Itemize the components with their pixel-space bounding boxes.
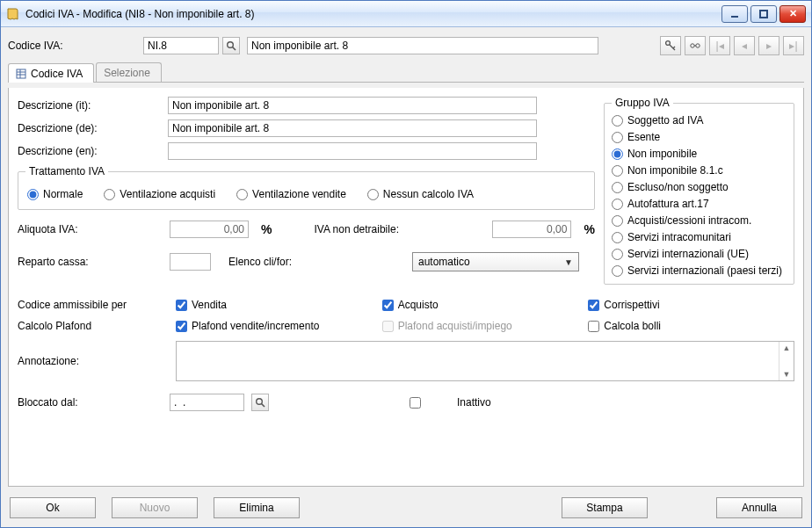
desc-en-label: Descrizione (en): bbox=[18, 145, 163, 157]
svg-point-2 bbox=[228, 42, 234, 48]
gruppo-radio-5[interactable]: Autofattura art.17 bbox=[612, 198, 787, 210]
elenco-label: Elenco cli/for: bbox=[228, 256, 373, 268]
minimize-button[interactable] bbox=[721, 5, 748, 23]
desc-de-label: Descrizione (de): bbox=[18, 122, 163, 134]
check-inattivo[interactable]: Inattivo bbox=[378, 396, 491, 409]
desc-en-input[interactable] bbox=[168, 142, 537, 160]
tool-key-icon[interactable] bbox=[660, 36, 681, 55]
gruppo-radio-4[interactable]: Escluso/non soggetto bbox=[612, 181, 787, 193]
gruppo-radio-2[interactable]: Non imponibile bbox=[612, 148, 787, 160]
tool-link-icon[interactable] bbox=[685, 36, 706, 55]
window: Codici IVA - Modifica (NI8 - Non imponib… bbox=[0, 0, 812, 528]
gruppo-radio-label: Esente bbox=[627, 131, 660, 143]
annulla-button[interactable]: Annulla bbox=[716, 497, 802, 518]
gruppo-radio-0[interactable]: Soggetto ad IVA bbox=[612, 114, 787, 127]
scroll-up-icon[interactable]: ▲ bbox=[783, 344, 791, 352]
codice-ammissibile-label: Codice ammissibile per bbox=[18, 299, 176, 311]
scroll-down-icon[interactable]: ▼ bbox=[783, 370, 791, 379]
codice-label: Codice IVA: bbox=[8, 40, 140, 52]
app-icon bbox=[6, 7, 20, 21]
desc-it-label: Descrizione (it): bbox=[18, 99, 163, 112]
close-button[interactable]: ✕ bbox=[779, 5, 806, 23]
aliquota-label: Aliquota IVA: bbox=[18, 223, 163, 235]
description-group: Descrizione (it): Descrizione (de): Desc… bbox=[18, 97, 595, 160]
svg-point-6 bbox=[696, 44, 700, 47]
chevron-down-icon: ▼ bbox=[564, 257, 573, 267]
calcolo-plafond-label: Calcolo Plafond bbox=[18, 320, 176, 332]
check-corrispettivi[interactable]: Corrispettivi bbox=[588, 299, 794, 311]
radio-ventilazione-acquisti[interactable]: Ventilazione acquisti bbox=[104, 188, 215, 200]
svg-rect-8 bbox=[17, 69, 25, 78]
iva-non-detraibile-label: IVA non detraibile: bbox=[314, 223, 459, 235]
nuovo-button[interactable]: Nuovo bbox=[112, 497, 198, 518]
gruppo-radio-label: Autofattura art.17 bbox=[627, 198, 709, 210]
check-calcola-bolli[interactable]: Calcola bolli bbox=[588, 320, 794, 332]
check-vendita[interactable]: Vendita bbox=[176, 299, 382, 311]
iva-non-detraibile-input[interactable] bbox=[492, 221, 571, 238]
titlebar: Codici IVA - Modifica (NI8 - Non imponib… bbox=[1, 1, 811, 27]
svg-point-5 bbox=[691, 44, 694, 47]
gruppo-radio-8[interactable]: Servizi internazionali (UE) bbox=[612, 248, 787, 260]
scrollbar[interactable]: ▲▼ bbox=[779, 342, 794, 380]
gruppo-radio-label: Servizi intracomunitari bbox=[627, 231, 731, 243]
ok-button[interactable]: Ok bbox=[10, 497, 96, 518]
svg-line-3 bbox=[233, 47, 236, 51]
tab-codice-label: Codice IVA bbox=[31, 68, 83, 80]
maximize-button[interactable] bbox=[750, 5, 777, 23]
svg-point-4 bbox=[666, 41, 671, 46]
gruppo-radio-label: Servizi internazionali (UE) bbox=[627, 248, 749, 260]
tab-codice-iva[interactable]: Codice IVA bbox=[8, 63, 94, 83]
bloccato-input[interactable] bbox=[170, 394, 244, 411]
percent-symbol-1: % bbox=[261, 222, 272, 236]
tab-selezione-label: Selezione bbox=[104, 67, 150, 79]
desc-de-input[interactable] bbox=[168, 119, 537, 137]
gruppo-radio-3[interactable]: Non imponibile 8.1.c bbox=[612, 164, 787, 177]
annotazione-label: Annotazione: bbox=[18, 355, 176, 367]
trattamento-group: Trattamento IVA Normale Ventilazione acq… bbox=[18, 165, 595, 210]
grid-icon bbox=[16, 69, 26, 79]
radio-normale[interactable]: Normale bbox=[27, 188, 83, 200]
svg-rect-1 bbox=[760, 11, 767, 18]
gruppo-radio-label: Acquisti/cessioni intracom. bbox=[627, 214, 751, 227]
gruppo-radio-label: Servizi internazionali (paesi terzi) bbox=[627, 264, 782, 277]
gruppo-radio-1[interactable]: Esente bbox=[612, 131, 787, 143]
gruppo-radio-7[interactable]: Servizi intracomunitari bbox=[612, 231, 787, 243]
gruppo-iva-group: Gruppo IVA Soggetto ad IVAEsenteNon impo… bbox=[604, 97, 794, 285]
check-plafond-vendite[interactable]: Plafond vendite/incremento bbox=[176, 320, 382, 332]
code-row: Codice IVA: |◂ ◂ ▸ ▸| bbox=[8, 36, 804, 55]
gruppo-radio-label: Soggetto ad IVA bbox=[627, 114, 704, 127]
annotazione-textarea[interactable]: ▲▼ bbox=[176, 341, 794, 381]
nav-first-button[interactable]: |◂ bbox=[709, 36, 730, 55]
radio-nessun-calcolo[interactable]: Nessun calcolo IVA bbox=[367, 188, 474, 200]
nav-last-button[interactable]: ▸| bbox=[783, 36, 804, 55]
trattamento-legend: Trattamento IVA bbox=[25, 165, 108, 177]
bloccato-lookup-button[interactable] bbox=[251, 394, 269, 411]
radio-ventilazione-vendite[interactable]: Ventilazione vendite bbox=[236, 188, 346, 200]
toolbar: |◂ ◂ ▸ ▸| bbox=[660, 36, 804, 55]
gruppo-radio-label: Non imponibile bbox=[627, 148, 697, 160]
codice-input[interactable] bbox=[143, 37, 219, 54]
gruppo-iva-legend: Gruppo IVA bbox=[612, 97, 673, 109]
client-area: Codice IVA: |◂ ◂ ▸ ▸| Codice IVA Sel bbox=[1, 27, 811, 527]
stampa-button[interactable]: Stampa bbox=[562, 497, 648, 518]
button-bar: Ok Nuovo Elimina Stampa Annulla bbox=[8, 492, 804, 520]
elenco-select[interactable]: automatico ▼ bbox=[412, 252, 579, 271]
tab-body: Descrizione (it): Descrizione (de): Desc… bbox=[8, 88, 804, 487]
desc-it-input[interactable] bbox=[168, 97, 537, 114]
reparto-label: Reparto cassa: bbox=[18, 256, 163, 268]
reparto-input[interactable] bbox=[170, 253, 211, 271]
check-plafond-acquisti[interactable]: Plafond acquisti/impiego bbox=[382, 320, 589, 332]
nav-prev-button[interactable]: ◂ bbox=[734, 36, 755, 55]
svg-line-13 bbox=[262, 404, 265, 408]
elimina-button[interactable]: Elimina bbox=[214, 497, 300, 518]
svg-rect-0 bbox=[731, 16, 738, 18]
gruppo-radio-label: Non imponibile 8.1.c bbox=[627, 164, 723, 177]
lookup-codice-button[interactable] bbox=[222, 37, 240, 54]
tab-selezione[interactable]: Selezione bbox=[96, 62, 162, 82]
nav-next-button[interactable]: ▸ bbox=[758, 36, 779, 55]
gruppo-radio-6[interactable]: Acquisti/cessioni intracom. bbox=[612, 214, 787, 227]
codice-desc-input[interactable] bbox=[247, 37, 598, 54]
gruppo-radio-9[interactable]: Servizi internazionali (paesi terzi) bbox=[612, 264, 787, 277]
check-acquisto[interactable]: Acquisto bbox=[382, 299, 589, 311]
aliquota-input[interactable] bbox=[170, 221, 249, 238]
